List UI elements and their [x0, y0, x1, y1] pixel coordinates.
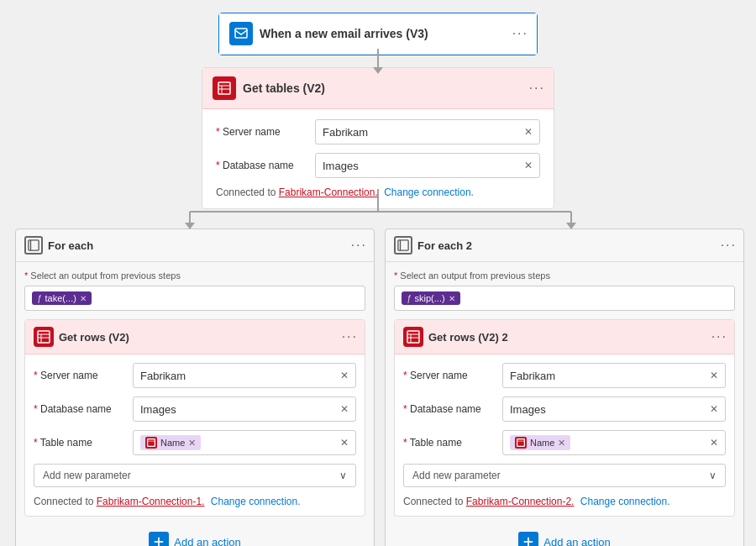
f2-table-clear[interactable]: ✕	[710, 437, 718, 449]
foreach1-container: For each ··· * Select an output from pre…	[15, 228, 375, 546]
server-input[interactable]: Fabrikam ✕	[315, 119, 540, 144]
foreach2-get-rows-card: Get rows (V2) 2 ··· * Server name Fabrik…	[394, 319, 735, 517]
f1-table-input[interactable]: Name ✕ ✕	[133, 430, 356, 455]
f1-table-mini-icon	[145, 437, 157, 449]
f2-table-input[interactable]: Name ✕ ✕	[502, 430, 726, 455]
foreach1-menu-btn[interactable]: ···	[351, 239, 367, 252]
f1-add-param[interactable]: Add new parameter ∨	[34, 464, 356, 487]
f1-table-clear[interactable]: ✕	[340, 437, 349, 449]
foreach2-add-action-btn[interactable]: Add an action	[394, 525, 735, 546]
trigger-menu-btn[interactable]: ···	[512, 27, 528, 40]
foreach2-container: For each 2 ··· * Select an output from p…	[385, 228, 744, 546]
svg-rect-29	[517, 439, 525, 447]
foreach1-output-row[interactable]: ƒ take(...) ✕	[24, 286, 365, 311]
svg-rect-23	[398, 240, 408, 250]
get-tables-card: Get tables (V2) ··· * Server name Fabrik…	[202, 67, 554, 209]
get-tables-menu-btn[interactable]: ···	[529, 81, 545, 95]
f2-connection-name[interactable]: Fabrikam-Connection-2.	[466, 496, 575, 507]
database-clear-btn[interactable]: ✕	[524, 160, 533, 171]
f2-server-label: * Server name	[403, 370, 496, 381]
get-tables-title: Get tables (V2)	[243, 81, 543, 95]
foreach2-icon	[394, 236, 412, 255]
svg-rect-13	[29, 240, 39, 250]
foreach1-add-action-icon	[149, 532, 169, 546]
foreach1-icon	[24, 236, 43, 255]
database-value: Images	[323, 160, 359, 172]
f1-server-input[interactable]: Fabrikam ✕	[133, 363, 356, 388]
connection-name-link[interactable]: Fabrikam-Connection.	[279, 186, 378, 198]
foreach2-menu-btn[interactable]: ···	[721, 239, 737, 252]
foreach2-get-rows-title: Get rows (V2) 2	[428, 331, 726, 344]
trigger-title: When a new email arrives (V3)	[260, 27, 527, 40]
foreach1-output-label: * Select an output from previous steps	[24, 270, 365, 281]
f1-server-clear[interactable]: ✕	[340, 370, 349, 381]
f1-change-connection[interactable]: Change connection.	[211, 496, 301, 507]
connection-info: Connected to Fabrikam-Connection. Change…	[216, 186, 540, 198]
foreach1-title: For each	[48, 239, 365, 252]
database-input[interactable]: Images ✕	[315, 153, 540, 178]
f2-add-param[interactable]: Add new parameter ∨	[403, 464, 726, 487]
svg-rect-9	[218, 82, 230, 94]
f1-db-label: * Database name	[34, 403, 126, 415]
get-tables-icon	[213, 76, 236, 100]
f2-server-clear[interactable]: ✕	[710, 370, 718, 381]
f1-table-tag: Name ✕	[140, 435, 201, 450]
f2-db-label: * Database name	[403, 403, 496, 415]
f2-db-clear[interactable]: ✕	[710, 403, 718, 415]
foreach2-tag-remove[interactable]: ✕	[449, 294, 455, 303]
f2-db-input[interactable]: Images ✕	[502, 396, 726, 422]
database-label: * Database name	[216, 160, 308, 171]
foreach2-get-rows-menu[interactable]: ···	[711, 330, 727, 344]
f2-table-mini-icon	[515, 437, 527, 449]
foreach1-add-action-btn[interactable]: Add an action	[24, 525, 365, 546]
f1-table-label: * Table name	[34, 437, 126, 449]
f1-db-input[interactable]: Images ✕	[133, 396, 356, 422]
f1-connection-name[interactable]: Fabrikam-Connection-1.	[97, 496, 205, 507]
change-connection-link[interactable]: Change connection.	[384, 186, 474, 198]
foreach2-header: For each 2 ···	[386, 229, 743, 262]
f1-connection-info: Connected to Fabrikam-Connection-1. Chan…	[34, 496, 356, 507]
foreach2-output-row[interactable]: ƒ skip(...) ✕	[394, 286, 735, 311]
foreach2-add-action-label: Add an action	[543, 536, 611, 547]
f1-db-clear[interactable]: ✕	[340, 403, 349, 415]
foreach2-get-rows-icon	[403, 327, 423, 347]
foreach2-output-label: * Select an output from previous steps	[394, 270, 735, 281]
foreach1-tag-remove[interactable]: ✕	[80, 294, 87, 303]
f2-table-tag: Name ✕	[510, 435, 570, 450]
trigger-card: When a new email arrives (V3) ···	[218, 13, 538, 55]
foreach1-get-rows-menu[interactable]: ···	[342, 330, 358, 344]
f2-table-tag-remove[interactable]: ✕	[558, 438, 565, 449]
server-label: * Server name	[216, 126, 308, 138]
svg-rect-8	[235, 29, 247, 38]
foreach1-get-rows-card: Get rows (V2) ··· * Server name Fabrikam…	[24, 319, 365, 517]
foreach1-get-rows-icon	[34, 327, 54, 347]
f1-server-label: * Server name	[34, 370, 126, 381]
svg-rect-19	[148, 439, 155, 447]
svg-rect-25	[407, 331, 419, 343]
f2-server-input[interactable]: Fabrikam ✕	[502, 363, 726, 388]
server-clear-btn[interactable]: ✕	[524, 126, 533, 138]
foreach2-title: For each 2	[417, 239, 735, 252]
server-value: Fabrikam	[323, 126, 368, 139]
foreach1-add-action-label: Add an action	[174, 536, 241, 547]
foreach2-add-action-icon	[518, 532, 538, 546]
foreach2-get-rows-header: Get rows (V2) 2 ···	[395, 320, 734, 354]
foreach2-tag: ƒ skip(...) ✕	[402, 291, 460, 305]
foreach1-get-rows-header: Get rows (V2) ···	[25, 320, 365, 354]
foreach1-get-rows-title: Get rows (V2)	[59, 331, 356, 344]
foreach1-header: For each ···	[16, 229, 374, 262]
trigger-icon	[229, 22, 253, 45]
f2-connection-info: Connected to Fabrikam-Connection-2. Chan…	[403, 496, 726, 507]
f2-table-label: * Table name	[403, 437, 496, 449]
foreach1-tag: ƒ take(...) ✕	[32, 291, 92, 305]
f2-change-connection[interactable]: Change connection.	[580, 496, 670, 507]
svg-rect-15	[38, 331, 50, 343]
f1-table-tag-remove[interactable]: ✕	[188, 438, 196, 449]
